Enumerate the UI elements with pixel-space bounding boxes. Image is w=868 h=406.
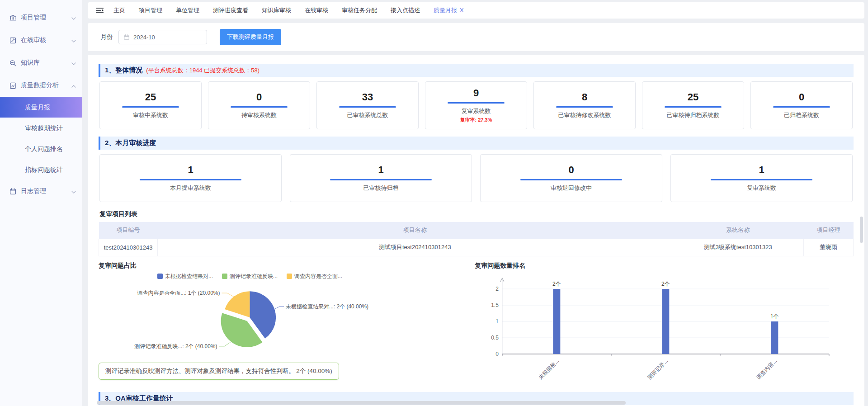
pie-slice-label: 调查内容是否全面...: 1个 (20.00%) [137,290,220,296]
sidebar-item-label: 在线审核 [21,36,71,44]
stat-card-已归档系统数: 0已归档系统数 [750,81,853,129]
table-cell: 测试3级系统test10301323 [672,239,803,256]
stat-underline [339,106,396,108]
stat-value: 0 [568,164,574,176]
stat-value: 25 [145,91,156,103]
chevron-down-icon [71,59,76,66]
pie-label-line [219,340,232,346]
filter-bar: 月份 2024-10 下载测评质量月报 [88,23,864,51]
legend-item[interactable]: 调查内容是否全面... [287,273,342,280]
table-cell: 董晓雨 [803,239,853,256]
menu-collapse-icon[interactable] [96,7,104,14]
month-input[interactable]: 2024-10 [118,30,207,44]
nav-tab[interactable]: 主页 [113,6,125,14]
stat-extra-label: 复审率: 27.3% [460,117,492,123]
stat-label: 审核退回修改中 [551,184,592,192]
sidebar-subitem-个人问题排名[interactable]: 个人问题排名 [0,138,82,159]
chevron-down-icon [71,188,76,195]
stat-label: 已审核待修改系统数 [558,111,611,119]
legend-swatch [222,274,227,279]
section-month-progress: 2、本月审核进度 [99,137,854,150]
stat-label: 待审核系统数 [241,111,277,119]
table-column-header: 项目编号 [99,222,158,239]
sidebar-item-label: 项目管理 [21,14,71,22]
main-area: 主页项目管理单位管理测评进度查看知识库审核在线审核审核任务分配接入点描述质量月报… [82,0,868,406]
bar-value-label: 2个 [552,281,561,287]
bar-2[interactable] [662,289,670,354]
stat-value: 33 [362,91,373,103]
review-table-body: test202410301243测试项目test202410301243测试3级… [99,239,854,256]
nav-tab[interactable]: 知识库审核 [262,6,291,14]
x-axis-category-label: 测评记录... [646,358,670,381]
sidebar-subitem-指标问题统计[interactable]: 指标问题统计 [0,159,82,180]
x-axis-category-label: 调查内容... [755,358,778,381]
x-axis-category-label: 未根据检... [538,358,561,381]
stat-label: 本月提审系统数 [170,184,211,192]
pie-slice-3[interactable] [225,291,250,317]
sidebar-item-label: 知识库 [21,59,71,67]
stat-underline [711,179,812,180]
sidebar-item-在线审核[interactable]: 在线审核 [0,29,82,52]
sidebar-item-知识库[interactable]: 知识库 [0,52,82,74]
nav-tab[interactable]: 项目管理 [139,6,162,14]
nav-tab[interactable]: 测评进度查看 [213,6,248,14]
sidebar-item-日志管理[interactable]: 日志管理 [0,180,82,203]
bar-chart: 00.511.522个未根据检...2个测评记录...1个调查内容... [475,273,854,387]
stat-value: 0 [256,91,262,103]
stat-card-已审核待归档系统数: 25已审核待归档系统数 [642,81,744,129]
stat-label: 已审核待归档系统数 [667,111,720,119]
stat-underline [520,179,622,180]
table-column-header: 系统名称 [672,222,803,239]
legend-label: 测评记录准确反映... [230,273,278,280]
vertical-scrollbar[interactable] [860,217,863,243]
bank-icon [9,14,17,22]
table-row: test202410301243测试项目test202410301243测试3级… [99,239,854,256]
section-overall: 1、整体情况 (平台系统总数：1944 已提交系统总数：58) [99,64,854,77]
stat-card-复审系统数: 9复审系统数复审率: 27.3% [425,81,527,129]
bar-3[interactable] [771,321,778,354]
download-report-button[interactable]: 下载测评质量月报 [220,29,281,45]
stat-label: 审核中系统数 [133,111,168,119]
sidebar-subitem-审核超期统计[interactable]: 审核超期统计 [0,118,82,138]
stat-value: 0 [799,91,804,103]
y-axis-tick-label: 0 [495,351,499,357]
bar-chart-block: 复审问题数量排名 00.511.522个未根据检...2个测评记录...1个调查… [468,262,854,388]
sidebar-subitem-质量月报[interactable]: 质量月报 [0,97,82,118]
stat-underline [773,106,830,108]
stat-underline [122,106,179,108]
stat-underline [330,179,432,180]
tab-close-icon[interactable]: X [460,7,464,14]
legend-item[interactable]: 未根据检查结果对... [157,273,213,280]
charts-row: 复审问题占比 未根据检查结果对...测评记录准确反映...调查内容是否全面...… [99,262,854,388]
nav-tab[interactable]: 在线审核 [305,6,328,14]
stat-value: 25 [688,91,698,103]
bar-1[interactable] [553,289,561,354]
y-axis-tick-label: 2 [495,286,499,292]
pie-chart-title: 复审问题占比 [99,262,468,270]
sidebar-item-质量数据分析[interactable]: 质量数据分析 [0,74,82,97]
horizontal-scrollbar[interactable] [97,401,626,405]
app-root: 项目管理在线审核知识库质量数据分析质量月报审核超期统计个人问题排名指标问题统计日… [0,0,868,406]
nav-tab[interactable]: 审核任务分配 [342,6,377,14]
stat-card-审核退回修改中: 0审核退回修改中 [480,154,662,202]
nav-tab[interactable]: 接入点描述 [391,6,420,14]
legend-label: 调查内容是否全面... [294,273,342,280]
pie-slice-label: 未根据检查结果对...: 2个 (40.00%) [286,303,368,310]
table-cell: test202410301243 [99,239,158,256]
sidebar-item-项目管理[interactable]: 项目管理 [0,6,82,29]
nav-tab[interactable]: 单位管理 [176,6,199,14]
pie-chart: 未根据检查结果对...: 2个 (40.00%)测评记录准确反映...: 2个 … [99,280,468,358]
stat-underline [231,106,287,108]
nav-tab-active-label: 质量月报 [434,7,457,14]
stat-value: 8 [582,91,587,103]
nav-tab-active[interactable]: 质量月报X [434,6,464,14]
legend-item[interactable]: 测评记录准确反映... [222,273,278,280]
review-table-header-row: 项目编号项目名称系统名称项目经理 [99,222,854,239]
chevron-up-icon [71,82,76,89]
bar-value-label: 2个 [661,281,670,287]
pie-slice-label: 测评记录准确反映...: 2个 (40.00%) [134,343,217,349]
sidebar-item-label: 日志管理 [21,187,71,195]
pie-legend: 未根据检查结果对...测评记录准确反映...调查内容是否全面... [157,273,468,280]
y-axis-tick-label: 0.5 [491,335,499,341]
stat-card-审核中系统数: 25审核中系统数 [99,81,202,129]
